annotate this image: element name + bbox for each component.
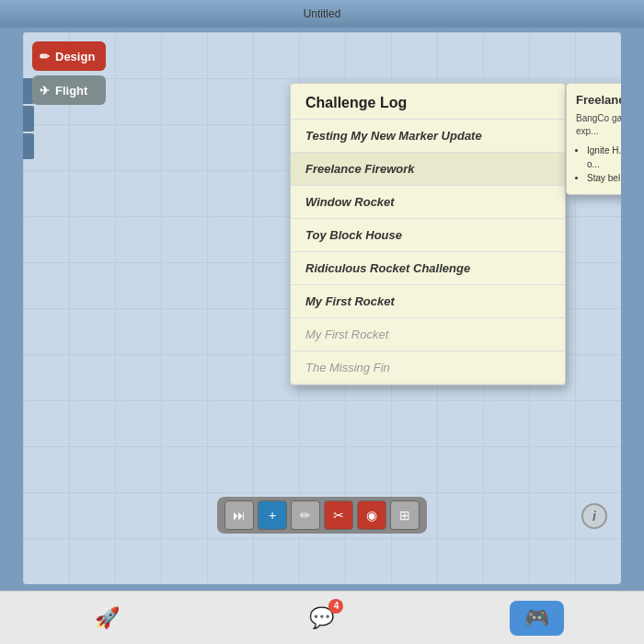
details-description: BangCo ga... have to exp... [576, 112, 621, 138]
challenge-item-6[interactable]: My First Rocket [291, 285, 565, 318]
nav-rockets-icon: 🚀 [95, 606, 120, 630]
info-button[interactable]: i [581, 503, 607, 529]
challenge-log-popup: Challenge Log Testing My New Marker Upda… [290, 83, 566, 385]
nav-item-game[interactable]: 🎮 [510, 601, 564, 636]
details-bullet-2: Stay bel... [587, 171, 621, 185]
flight-icon: ✈ [40, 84, 50, 98]
challenge-log-header: Challenge Log [291, 84, 565, 120]
bottom-nav: 🚀 💬 4 🎮 [0, 591, 644, 644]
edge-tab-2[interactable] [23, 106, 34, 132]
left-sidebar: ✏ Design ✈ Flight [32, 41, 106, 105]
edge-tab-3[interactable] [23, 133, 34, 159]
toolbar-add-button[interactable]: + [258, 500, 287, 530]
content-area: ✏ Design ✈ Flight Challenge Log Testing … [23, 32, 621, 584]
challenge-item-1[interactable]: Testing My New Marker Update [291, 120, 565, 153]
challenge-item-4[interactable]: Toy Block House [291, 219, 565, 252]
challenge-item-8[interactable]: The Missing Fin [291, 351, 565, 385]
challenge-item-2[interactable]: Freelance Firework [291, 153, 565, 186]
details-bullets: Ignite H... height o... Stay bel... [576, 144, 621, 185]
toolbar-cut-button[interactable]: ✂ [324, 500, 353, 530]
app-window: Untitled ✏ Design ✈ Flight Challenge Log [0, 0, 644, 644]
challenge-item-7[interactable]: My First Rocket [291, 318, 565, 351]
toolbar-skip-button[interactable]: ⏭ [224, 500, 254, 530]
toolbar-erase-button[interactable]: ✏ [291, 500, 320, 530]
details-bullet-1: Ignite H... height o... [587, 144, 621, 171]
chat-badge-count: 4 [328, 599, 343, 614]
challenge-item-5[interactable]: Ridiculous Rocket Challenge [291, 252, 565, 285]
bottom-toolbar: ⏭ + ✏ ✂ ◉ ⊞ [217, 497, 427, 534]
chat-badge-wrapper: 💬 4 [309, 606, 334, 630]
details-panel: Freelance BangCo ga... have to exp... Ig… [566, 83, 621, 195]
info-icon: i [592, 509, 596, 523]
nav-item-chat[interactable]: 💬 4 [294, 603, 349, 634]
nav-item-rockets[interactable]: 🚀 [80, 603, 134, 634]
design-icon: ✏ [40, 50, 50, 63]
flight-label: Flight [55, 84, 87, 98]
toolbar-target-button[interactable]: ◉ [357, 500, 386, 530]
design-label: Design [55, 50, 95, 63]
title-bar: Untitled [0, 0, 644, 28]
details-title: Freelance [576, 93, 621, 107]
challenge-item-3[interactable]: Window Rocket [291, 186, 565, 219]
flight-button[interactable]: ✈ Flight [32, 75, 106, 105]
nav-game-icon: 🎮 [524, 606, 549, 630]
design-button[interactable]: ✏ Design [32, 41, 106, 71]
toolbar-grid-button[interactable]: ⊞ [390, 500, 420, 530]
window-title: Untitled [304, 7, 341, 20]
